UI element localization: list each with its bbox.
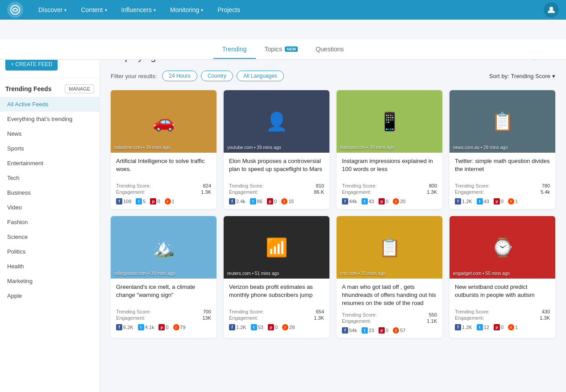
trending-score-label: Trending Score:: [229, 309, 264, 314]
sidebar-item-apple[interactable]: Apple: [0, 288, 100, 303]
top-nav: Discover ▾ Content ▾ Influencers ▾ Monit…: [0, 0, 566, 20]
engagement-label: Engagement:: [342, 318, 371, 324]
card-6[interactable]: 📶 reuters.com • 51 mins ago Verizon beat…: [224, 216, 329, 338]
reddit-stat: r 57: [393, 327, 405, 334]
facebook-count: 109: [123, 199, 131, 204]
sidebar-item-health[interactable]: Health: [0, 259, 100, 274]
facebook-icon: f: [342, 198, 348, 204]
create-feed-button[interactable]: + CREATE FEED: [5, 58, 58, 71]
pinterest-icon: p: [268, 324, 274, 330]
twitter-icon: t: [138, 324, 144, 330]
sidebar-item-all_active_feeds[interactable]: All Active Feeds: [0, 97, 100, 112]
nav-influencers[interactable]: Influencers ▾: [115, 4, 162, 16]
manage-button[interactable]: MANAGE: [65, 84, 94, 93]
sidebar-item-entertainment[interactable]: Entertainment: [0, 156, 100, 171]
card-5[interactable]: 🏔️ rollingstone.com • 39 mins ago Greenl…: [111, 216, 216, 338]
pinterest-stat: p 0: [268, 324, 278, 330]
pinterest-stat: p 0: [158, 324, 168, 330]
facebook-icon: f: [455, 324, 461, 330]
twitter-count: 53: [258, 325, 263, 330]
trending-score-value: 550: [429, 312, 437, 317]
twitter-icon: t: [362, 327, 368, 334]
facebook-icon: f: [229, 198, 235, 204]
page-layout: New Feed + CREATE FEED Trending Feeds MA…: [0, 40, 566, 349]
reddit-stat: r 15: [281, 198, 294, 204]
twitter-count: 5: [143, 199, 146, 204]
pinterest-stat: p 0: [494, 324, 504, 330]
twitter-stat: t 5: [136, 198, 146, 204]
card-body: A man who got laid off , gets hhundreads…: [337, 279, 442, 338]
twitter-icon: t: [477, 324, 483, 330]
nav-projects[interactable]: Projects: [211, 4, 246, 16]
nav-content[interactable]: Content ▾: [75, 4, 113, 16]
card-2[interactable]: 👤 youtube.com • 39 mins ago Elon Musk pr…: [224, 90, 329, 209]
pinterest-icon: p: [379, 327, 385, 334]
sidebar-item-news[interactable]: News: [0, 126, 100, 141]
twitter-stat: t 43: [362, 198, 374, 204]
sidebar-item-science[interactable]: Science: [0, 229, 100, 244]
sidebar-item-politics[interactable]: Politics: [0, 244, 100, 259]
card-7[interactable]: 📋 cnn.com • 35 mins ago A man who got la…: [337, 216, 442, 338]
reddit-stat: r 28: [282, 324, 295, 330]
card-social: f 1.2K t 53 p 0 r 28: [229, 324, 324, 330]
card-social: f 2.4k t 86 p 0 r 15: [229, 198, 324, 204]
trending-score-value: 810: [316, 183, 324, 188]
sidebar-item-everything_thats_trending[interactable]: Everything that's trending: [0, 112, 100, 126]
avatar[interactable]: [544, 2, 559, 17]
card-social: f 44k t 43 p 0 r 20: [342, 198, 437, 204]
card-image-wrapper: 📋 news.com.au • 29 mins ago: [449, 90, 555, 153]
nav-discover[interactable]: Discover ▾: [32, 4, 73, 16]
filter-all-languages[interactable]: All Languages: [237, 71, 284, 81]
sidebar-item-marketing[interactable]: Marketing: [0, 274, 100, 288]
twitter-icon: t: [136, 198, 142, 204]
card-social: f 109 t 5 p 0 r 1: [116, 198, 211, 204]
pinterest-count: 0: [501, 199, 504, 204]
twitter-stat: t 23: [362, 327, 374, 334]
sidebar-item-video[interactable]: Video: [0, 200, 100, 215]
pinterest-stat: p 0: [379, 198, 388, 204]
sidebar-item-tech[interactable]: Tech: [0, 171, 100, 185]
card-body: Instagram impressions explained in 100 w…: [337, 153, 442, 209]
engagement-value: 86.K: [314, 189, 324, 195]
card-scores: Trending Score: 430 Engagement: 1.3K: [455, 309, 550, 321]
card-3[interactable]: 📱 hubspot.com • 39 mins ago Instagram im…: [337, 90, 442, 209]
twitter-icon: t: [477, 198, 483, 204]
sort-control[interactable]: Sort by: Trending Score ▾: [489, 73, 555, 79]
filter-country[interactable]: Country: [201, 71, 233, 81]
filters-bar: Filter your results: 24 Hours Country Al…: [111, 71, 555, 81]
sidebar-nav: All Active FeedsEverything that's trendi…: [0, 97, 100, 303]
tab-topics[interactable]: Topics NEW: [256, 40, 307, 59]
reddit-stat: r 79: [173, 324, 186, 330]
reddit-count: 79: [180, 325, 186, 330]
card-source: engadget.com • 55 mins ago: [453, 271, 510, 276]
card-source: youtube.com • 39 mins ago: [227, 145, 281, 150]
nav-monitoring[interactable]: Monitoring ▾: [164, 4, 209, 16]
logo[interactable]: [7, 2, 23, 18]
sub-nav: Trending Topics NEW Questions: [0, 39, 566, 60]
engagement-label: Engagement:: [342, 189, 371, 195]
pinterest-icon: p: [494, 198, 500, 204]
reddit-count: 15: [288, 199, 294, 204]
card-8[interactable]: ⌚ engadget.com • 55 mins ago New wristba…: [449, 216, 555, 338]
card-source: cnn.com • 35 mins ago: [340, 271, 385, 276]
twitter-stat: t 4.1k: [138, 324, 154, 330]
sidebar-item-sports[interactable]: Sports: [0, 141, 100, 156]
pinterest-count: 0: [274, 199, 277, 204]
twitter-count: 12: [484, 325, 489, 330]
sidebar-item-fashion[interactable]: Fashion: [0, 215, 100, 229]
filter-24hours[interactable]: 24 Hours: [162, 71, 197, 81]
card-social: f 1.2K t 12 p 0 r 1: [455, 324, 550, 330]
reddit-icon: r: [165, 198, 171, 204]
facebook-count: 44k: [349, 199, 357, 204]
trending-score-label: Trending Score:: [229, 183, 264, 188]
card-4[interactable]: 📋 news.com.au • 29 mins ago Twitter: sim…: [449, 90, 555, 209]
engagement-label: Engagement:: [229, 315, 258, 321]
facebook-stat: f 1.2K: [455, 198, 472, 204]
tab-trending[interactable]: Trending: [213, 40, 256, 59]
tab-questions[interactable]: Questions: [307, 40, 353, 59]
reddit-icon: r: [173, 324, 179, 330]
card-scores: Trending Score: 654 Engagement: 1.3K: [229, 309, 324, 321]
card-1[interactable]: 🚗 indiatime.com • 39 mins ago Artificial…: [111, 90, 216, 209]
sidebar-item-business[interactable]: Business: [0, 185, 100, 200]
new-badge: NEW: [285, 46, 298, 52]
